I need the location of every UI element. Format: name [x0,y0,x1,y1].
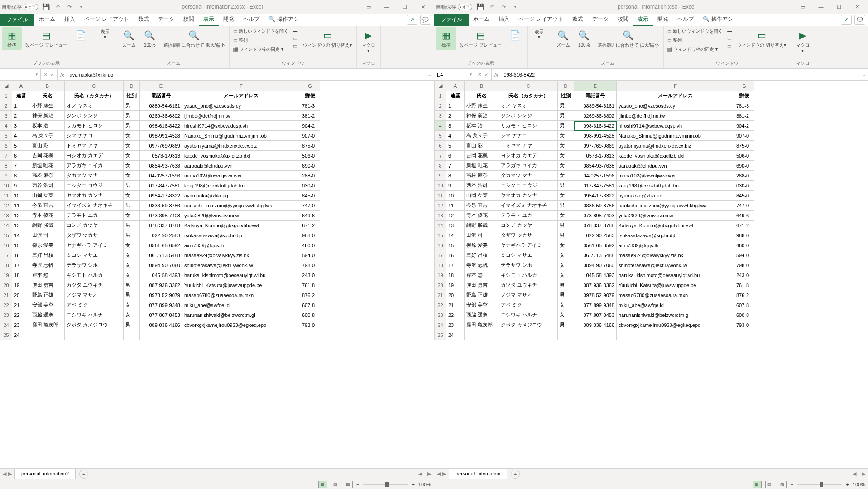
cell[interactable]: ayatomiyama@lfndxenxdc.cx.biz [182,141,300,151]
cell[interactable]: mana102@kxwntjwwr.wxi [617,171,734,181]
cell[interactable] [499,330,558,340]
cell[interactable]: シマ ナナコ [65,131,124,141]
row-header[interactable]: 17 [0,250,12,260]
cell[interactable]: 04-0257-1596 [140,171,182,181]
cell[interactable]: クボタ カメジロウ [65,320,124,330]
col-header[interactable]: B [465,81,499,91]
cell[interactable]: 男 [124,101,140,111]
cell[interactable]: 山岡 栞菜 [465,191,499,201]
cell[interactable]: 077-899-9348 [574,300,617,310]
view-pagelayout-icon[interactable]: ▤ [765,481,774,488]
row-header[interactable]: 14 [435,221,446,230]
cell[interactable]: 017-847-7581 [140,181,182,191]
close-icon[interactable]: ✕ [848,0,866,13]
row-header[interactable]: 20 [0,280,12,290]
sheet-nav-prev-icon[interactable]: ◀ [437,471,441,477]
cell[interactable]: ayatomiyama@lfndxenxdc.cx.biz [617,141,734,151]
ribbon-tab[interactable]: ヘルプ [239,14,264,26]
cell[interactable]: 小野 康生 [30,101,65,111]
zoom-in-button[interactable]: + [412,482,414,487]
view-pagelayout-button[interactable]: 📄 [505,27,525,44]
cell[interactable]: 506-0 [734,151,754,161]
cell[interactable]: 女 [124,300,140,310]
cell[interactable]: 0854-93-7638 [140,161,182,171]
cell[interactable]: aimi7339@tqqs.lh [617,240,734,250]
cell[interactable]: ニシタニ コウジ [499,181,558,191]
zoom-out-button[interactable]: − [791,482,793,487]
cell[interactable]: アベ ミク [65,300,124,310]
cell[interactable]: Katsuya_Komno@gbxgufvhhi.ewf [182,221,300,230]
cell[interactable]: Yuukichi_Katsuta@juwswupgde.be [617,280,734,290]
cell[interactable]: 西脇 遥奈 [465,310,499,320]
cell[interactable]: 男 [124,320,140,330]
cell[interactable]: 寺本 優花 [30,211,65,221]
zoom-out-button[interactable]: − [356,482,359,487]
cell[interactable]: 23 [446,320,465,330]
cell[interactable]: 460-0 [734,240,754,250]
row-header[interactable]: 2 [0,101,12,111]
col-header[interactable]: G [300,81,320,91]
row-header[interactable]: 4 [435,121,446,131]
cell[interactable]: 017-847-7581 [574,181,617,191]
cell[interactable]: 600-8 [300,310,320,320]
cell[interactable]: ミヨシ マサエ [65,250,124,260]
cell[interactable]: 19 [12,280,30,290]
cell[interactable]: コンノ カツヤ [499,221,558,230]
row-header[interactable]: 22 [435,300,446,310]
cell[interactable]: 女 [124,141,140,151]
unhide-button[interactable]: ▭ [725,43,734,49]
ribbon-tab[interactable]: 表示 [199,14,219,26]
cell[interactable]: 6 [446,151,465,161]
add-sheet-button[interactable]: + [79,470,88,479]
cell[interactable]: 690-0 [734,161,754,171]
row-header[interactable]: 18 [0,260,12,270]
cell[interactable]: タザワ ツカサ [499,230,558,240]
row-header[interactable]: 16 [0,240,12,250]
col-header[interactable]: C [499,81,558,91]
cell[interactable]: 876-2 [300,290,320,300]
cell[interactable]: 3 [446,121,465,131]
cell[interactable]: 紺野 勝哉 [465,221,499,230]
cell[interactable]: 電話番号 [574,91,617,101]
cell[interactable]: 045-58-4393 [140,270,182,280]
cell[interactable]: 098-991-4528 [140,131,182,141]
row-header[interactable]: 2 [435,101,446,111]
autosave[interactable]: 自動保存 ● オフ [2,4,38,10]
row-header[interactable]: 20 [435,280,446,290]
cell[interactable]: 8 [446,171,465,181]
show-button[interactable]: 表示▾ [529,27,549,42]
cell[interactable]: miku_abe@awfqe.id [617,300,734,310]
cell[interactable]: 坂本 浩 [30,121,65,131]
cell[interactable]: カツタ ユウキチ [499,280,558,290]
macros-button[interactable]: ▶マクロ▾ [359,27,379,55]
col-header[interactable]: B [30,81,65,91]
cell[interactable]: 14 [12,230,30,240]
cell[interactable]: 吉岡 花楓 [465,151,499,161]
cell[interactable]: ayamaoka@xfikr.uq [617,191,734,201]
cell[interactable]: 0836-59-3756 [574,201,617,211]
redo-icon[interactable]: ↷ [499,3,508,11]
cell[interactable]: 性別 [124,91,140,101]
cell[interactable]: 男 [124,111,140,121]
cell[interactable]: オノ ヤスオ [499,101,558,111]
cell[interactable]: 氏名（カタカナ） [65,91,124,101]
cell[interactable]: 087-936-3362 [574,280,617,290]
row-header[interactable]: 22 [0,300,12,310]
cell[interactable]: 8 [12,171,30,181]
cell[interactable]: yuka2820@tvmv.ev.mcw [182,211,300,221]
autosave-toggle[interactable]: ● オフ [458,4,472,10]
cell[interactable]: aaragaki@cfndpu.yvn [182,161,300,171]
comments-button[interactable]: 💬 [854,15,865,25]
col-header[interactable]: C [65,81,124,91]
cell[interactable]: メールアドレス [182,91,300,101]
new-window-button[interactable]: ▭ 新しいウィンドウを開く [666,27,724,35]
view-pagelayout-icon[interactable]: ▤ [331,481,340,488]
row-header[interactable]: 11 [0,191,12,201]
maximize-icon[interactable]: ☐ [830,0,848,13]
minimize-icon[interactable]: — [812,0,830,13]
col-header[interactable]: A [446,81,465,91]
cell[interactable]: 0889-54-6161 [574,101,617,111]
cell[interactable]: cbvorxgxjkamejirou0923@egkeq.epo [182,320,300,330]
cell[interactable]: 女 [558,250,574,260]
cell[interactable]: naokichi_imaizumi@yyxcjrawwt.khg.lwa [617,201,734,211]
